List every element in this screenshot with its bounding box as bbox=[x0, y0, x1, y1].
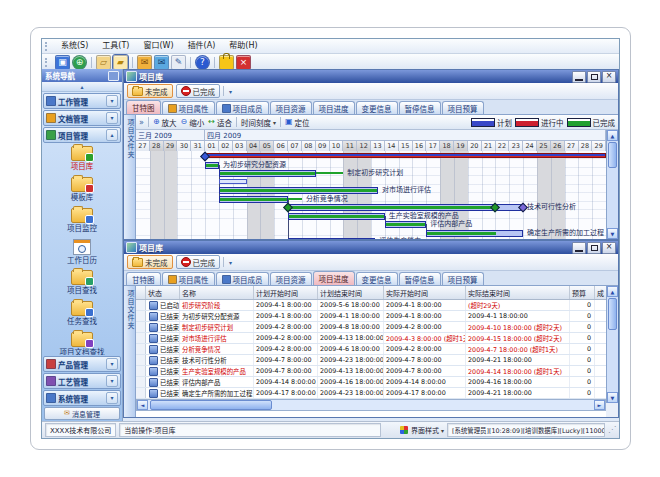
row-selector-cell[interactable] bbox=[136, 333, 146, 343]
minimize-button[interactable] bbox=[572, 242, 586, 254]
sidebar-item-模板库[interactable]: 模板库 bbox=[71, 177, 94, 208]
sidebar-group-header[interactable]: 工艺管理▾ bbox=[43, 373, 121, 389]
scrollbar-track[interactable] bbox=[148, 400, 594, 410]
gantt-bar[interactable] bbox=[426, 230, 523, 237]
row-selector-cell[interactable] bbox=[136, 388, 146, 398]
column-header-计划结束时间[interactable]: 计划结束时间 bbox=[318, 286, 384, 299]
sidebar-scroll-up-button[interactable]: ▴ bbox=[42, 82, 122, 92]
row-selector-cell[interactable] bbox=[136, 344, 146, 354]
more-options-button[interactable]: ▾ bbox=[227, 88, 234, 95]
system-icon[interactable]: ▣ bbox=[55, 55, 70, 70]
tab-暂停信息[interactable]: 暂停信息 bbox=[399, 101, 441, 114]
gantt-vertical-scrollbar[interactable]: ▲ ▼ bbox=[606, 130, 618, 239]
row-selector-cell[interactable] bbox=[136, 322, 146, 332]
table-row[interactable]: 已结束对市场进行评估2009-4-2 8:00:002009-4-13 18:0… bbox=[136, 333, 606, 344]
close-button[interactable]: × bbox=[602, 242, 616, 254]
style-palette-icon[interactable] bbox=[400, 426, 408, 434]
column-header-实际开始时间[interactable]: 实际开始时间 bbox=[384, 286, 466, 299]
row-selector-cell[interactable] bbox=[136, 377, 146, 387]
scrollbar-thumb[interactable] bbox=[150, 400, 272, 410]
overflow-chevron-icon[interactable]: » bbox=[139, 118, 144, 127]
locate-button[interactable]: ▣定位 bbox=[285, 117, 310, 128]
row-selector-cell[interactable] bbox=[136, 300, 146, 310]
chevron-down-icon[interactable]: ▾ bbox=[106, 392, 118, 404]
sidebar-group-header[interactable]: 产品管理▾ bbox=[43, 356, 121, 372]
column-header-状态[interactable]: 状态 bbox=[146, 286, 180, 299]
table-row[interactable]: 已结束确定生产所需的加工过程2009-4-17 8:00:002009-4-23… bbox=[136, 388, 606, 399]
zoom-in-button[interactable]: ⊕放大 bbox=[153, 117, 177, 128]
globe-icon[interactable]: ⊕ bbox=[72, 55, 87, 70]
chevron-down-icon[interactable]: ▾ bbox=[106, 375, 118, 387]
table-row[interactable]: 已结束分析竞争情况2009-4-2 8:00:002009-4-6 18:00:… bbox=[136, 344, 606, 355]
row-selector-cell[interactable] bbox=[136, 366, 146, 376]
chevron-down-icon[interactable]: ▾ bbox=[106, 358, 118, 370]
filter-button-未完成[interactable]: 未完成 bbox=[127, 255, 173, 269]
project-folder-side-tab[interactable]: 项目文件夹 bbox=[124, 286, 136, 417]
tab-项目资源[interactable]: 项目资源 bbox=[270, 272, 312, 285]
menu-item[interactable]: 系统(S) bbox=[54, 39, 95, 53]
more-options-button[interactable]: ▾ bbox=[227, 259, 234, 266]
gantt-bar[interactable] bbox=[288, 213, 385, 220]
time-scale-dropdown[interactable]: 时间刻度▾ bbox=[241, 117, 276, 128]
sidebar-group-header[interactable]: 文档管理▾ bbox=[43, 110, 121, 126]
sidebar-group-header[interactable]: 系统管理▾ bbox=[43, 390, 121, 406]
scroll-up-arrow[interactable]: ▲ bbox=[607, 286, 618, 297]
filter-button-未完成[interactable]: 未完成 bbox=[127, 84, 173, 98]
gantt-bar[interactable] bbox=[288, 238, 375, 239]
chevron-up-icon[interactable]: ▴ bbox=[106, 129, 118, 141]
mail-edit-icon[interactable]: ✎ bbox=[171, 55, 186, 70]
tab-项目属性[interactable]: 项目属性 bbox=[162, 272, 215, 285]
help-icon[interactable]: ? bbox=[195, 55, 210, 70]
sidebar-group-header[interactable]: 项目管理▴ bbox=[43, 127, 121, 143]
sidebar-item-任务查找[interactable]: 任务查找 bbox=[67, 301, 97, 332]
menu-item[interactable]: 帮助(H) bbox=[222, 39, 264, 53]
restore-button[interactable] bbox=[587, 242, 601, 254]
close-button[interactable]: × bbox=[602, 71, 616, 83]
sidebar-item-项目查找[interactable]: 项目查找 bbox=[67, 270, 97, 301]
exit-icon[interactable]: × bbox=[236, 55, 251, 70]
gantt-bar[interactable] bbox=[385, 221, 426, 228]
scrollbar-thumb[interactable] bbox=[608, 142, 617, 168]
tab-甘特图[interactable]: 甘特图 bbox=[126, 272, 161, 285]
menu-item[interactable]: 窗口(W) bbox=[136, 39, 180, 53]
gantt-bar[interactable] bbox=[219, 170, 316, 177]
row-selector-cell[interactable] bbox=[136, 311, 146, 321]
tab-变更信息[interactable]: 变更信息 bbox=[356, 272, 398, 285]
gantt-bar[interactable] bbox=[205, 153, 606, 158]
table-row[interactable]: 已结束评估内部产品2009-4-14 8:00:002009-4-16 18:0… bbox=[136, 377, 606, 388]
column-header-计划开始时间[interactable]: 计划开始时间 bbox=[254, 286, 318, 299]
table-horizontal-scrollbar[interactable]: ◄ ► bbox=[136, 399, 606, 411]
menu-item[interactable]: 工具(T) bbox=[95, 39, 136, 53]
column-header-名称[interactable]: 名称 bbox=[180, 286, 254, 299]
table-row[interactable]: 已启动初步研究阶段2009-4-1 8:00:002009-5-6 18:00:… bbox=[136, 300, 606, 311]
scroll-down-arrow[interactable]: ▼ bbox=[607, 392, 618, 403]
scroll-up-arrow[interactable]: ▲ bbox=[607, 130, 618, 141]
ui-style-dropdown[interactable]: 界面样式 ▾ bbox=[411, 425, 444, 435]
gantt-bar[interactable] bbox=[205, 162, 219, 169]
mail-receive-icon[interactable]: ✉ bbox=[154, 55, 169, 70]
gantt-bar[interactable] bbox=[219, 187, 378, 194]
tab-项目预算[interactable]: 项目预算 bbox=[442, 101, 484, 114]
project-folder-side-tab[interactable]: 项目文件夹 bbox=[124, 115, 136, 239]
column-header-实际结束时间[interactable]: 实际结束时间 bbox=[466, 286, 570, 299]
sidebar-item-项目文档查找[interactable]: 项目文档查找 bbox=[60, 332, 105, 355]
sidebar-item-项目库[interactable]: 项目库 bbox=[71, 146, 94, 177]
table-row[interactable]: 已结束生产实验室规模的产品2009-4-7 8:00:002009-4-13 1… bbox=[136, 366, 606, 377]
tab-项目成员[interactable]: 项目成员 bbox=[216, 101, 269, 114]
scroll-right-arrow[interactable]: ► bbox=[594, 400, 605, 410]
sidebar-group-header[interactable]: 工作管理▾ bbox=[43, 93, 121, 109]
window-titlebar[interactable]: 项目库 × bbox=[124, 70, 618, 83]
tab-项目成员[interactable]: 项目成员 bbox=[216, 272, 269, 285]
table-row[interactable]: 已结束技术可行性分析2009-4-7 8:00:002009-4-23 18:0… bbox=[136, 355, 606, 366]
tab-变更信息[interactable]: 变更信息 bbox=[356, 101, 398, 114]
window-titlebar[interactable]: 项目库 × bbox=[124, 241, 618, 254]
scroll-left-arrow[interactable]: ◄ bbox=[137, 400, 148, 410]
menu-item[interactable]: 插件(A) bbox=[181, 39, 223, 53]
table-row[interactable]: 已结束为初步研究分配资源2009-4-1 8:00:002009-4-1 18:… bbox=[136, 311, 606, 322]
gantt-bar[interactable] bbox=[288, 204, 523, 211]
zoom-out-button[interactable]: ⊖缩小 bbox=[181, 117, 205, 128]
tab-项目预算[interactable]: 项目预算 bbox=[442, 272, 484, 285]
table-vertical-scrollbar[interactable]: ▲ ▼ bbox=[606, 286, 618, 403]
resize-grip[interactable]: ⋰ bbox=[608, 426, 616, 434]
column-header-成[interactable]: 成 bbox=[595, 286, 606, 299]
